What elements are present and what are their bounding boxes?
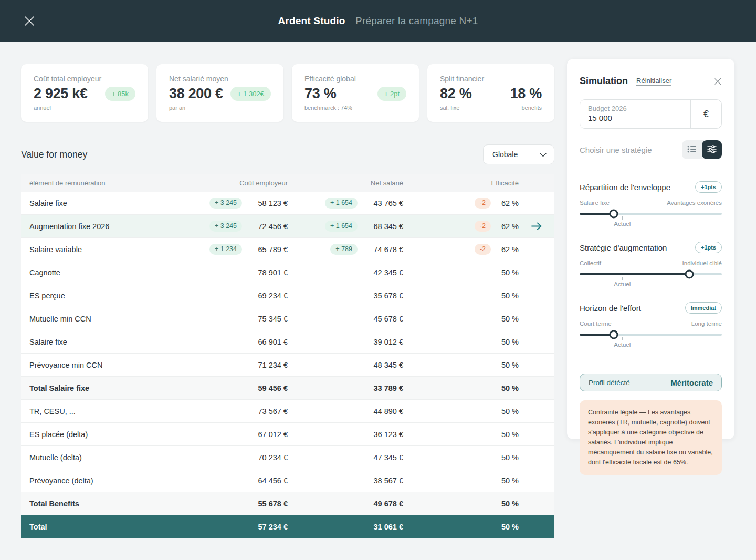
col-header-net: Net salarié <box>371 179 403 187</box>
points-badge: +1pts <box>695 181 722 193</box>
divider <box>580 170 722 170</box>
table-row[interactable]: Salaire fixe 66 901 € 39 012 € 50 % <box>21 330 554 354</box>
repartition-slider[interactable] <box>580 210 722 218</box>
slider-section-repartition: Répartition de l'enveloppe +1pts Salaire… <box>580 181 722 231</box>
table-row[interactable]: Prévoyance min CCN 71 234 € 48 345 € 50 … <box>21 354 554 377</box>
table-subtotal-row: Total Salaire fixe 59 456 € 33 789 € 50 … <box>21 377 554 400</box>
slider-section-horizon: Horizon de l'effort Immediat Court terme… <box>580 302 722 351</box>
sliders-view-button[interactable] <box>702 140 722 159</box>
chevron-down-icon <box>540 150 547 159</box>
strategy-label: Choisir une stratégie <box>580 146 652 154</box>
kpi-sublabel-left: sal. fixe <box>440 105 471 111</box>
kpi-cards: Coût total employeur 2 925 k€ + 85k annu… <box>21 64 554 122</box>
list-view-button[interactable] <box>682 140 702 159</box>
table-row[interactable]: ES placée (delta) 67 012 € 36 123 € 50 % <box>21 423 554 446</box>
kpi-value-left: 82 % <box>440 86 471 102</box>
delta-badge: + 1 654 <box>325 221 358 232</box>
delta-badge: + 3 245 <box>209 198 242 209</box>
kpi-value: 73 % <box>304 86 336 102</box>
section-title: Value for money <box>21 149 87 160</box>
kpi-card-split-financier: Split financier 82 % sal. fixe 18 % bene… <box>427 64 554 122</box>
actuel-marker: Actuel <box>614 216 631 227</box>
currency-suffix: € <box>690 100 721 128</box>
value-for-money-table: élément de rémunération Coût employeur N… <box>21 174 554 538</box>
simulation-title: Simulation <box>580 76 628 87</box>
budget-input[interactable] <box>588 113 690 122</box>
col-header-element: élément de rémunération <box>21 179 177 187</box>
table-row[interactable]: ES perçue 69 234 € 35 678 € 50 % <box>21 284 554 307</box>
scope-dropdown-value: Globale <box>492 150 518 159</box>
delta-badge: -2 <box>475 198 491 209</box>
scope-dropdown[interactable]: Globale <box>483 144 554 164</box>
budget-field[interactable]: Budget 2026 € <box>580 99 722 129</box>
table-row-selected[interactable]: Augmentation fixe 2026 + 3 24572 456 € +… <box>21 215 554 238</box>
table-header-row: élément de rémunération Coût employeur N… <box>21 174 554 192</box>
profile-value: Méritocrate <box>670 378 713 387</box>
reset-button[interactable]: Réinitialiser <box>636 77 671 86</box>
horizon-slider[interactable] <box>580 330 722 339</box>
kpi-card-cout-total: Coût total employeur 2 925 k€ + 85k annu… <box>21 64 148 122</box>
sliders-icon <box>707 145 717 155</box>
table-grand-total-row: Total 57 234 € 31 061 € 50 % <box>21 515 554 538</box>
kpi-sublabel-right: benefits <box>510 105 542 111</box>
slider-handle[interactable] <box>685 270 694 279</box>
kpi-delta-badge: + 1 302€ <box>230 87 271 101</box>
simulation-panel: Simulation Réinitialiser Budget 2026 € C… <box>567 59 734 439</box>
table-row[interactable]: Prévoyance (delta) 64 456 € 38 567 € 50 … <box>21 469 554 492</box>
kpi-value: 38 200 € <box>169 86 223 102</box>
delta-badge: -2 <box>475 221 491 232</box>
table-row[interactable]: Mutuelle min CCN 75 345 € 45 678 € 50 % <box>21 307 554 330</box>
table-row[interactable]: Salaire variable + 1 23465 789 € + 78974… <box>21 238 554 261</box>
header-titles: Ardent Studio Préparer la campagne N+1 <box>0 15 756 27</box>
delta-badge: + 1 234 <box>209 244 242 255</box>
kpi-label: Coût total employeur <box>34 75 135 83</box>
kpi-sublabel: par an <box>169 105 271 111</box>
table-subtotal-row: Total Benefits 55 678 € 49 678 € 50 % <box>21 492 554 515</box>
augmentation-slider[interactable] <box>580 270 722 278</box>
view-toggle <box>682 140 722 159</box>
detected-profile: Profil détécté Méritocrate <box>580 374 722 391</box>
top-bar: Ardent Studio Préparer la campagne N+1 <box>0 0 756 42</box>
kpi-label: Net salarié moyen <box>169 75 271 83</box>
kpi-label: Split financier <box>440 75 542 83</box>
kpi-delta-badge: + 85k <box>105 87 135 101</box>
delta-badge: + 789 <box>330 244 358 255</box>
list-icon <box>687 145 697 155</box>
budget-field-label: Budget 2026 <box>588 105 690 112</box>
actuel-marker: Actuel <box>614 337 631 348</box>
profile-label: Profil détécté <box>589 379 630 387</box>
close-icon[interactable] <box>713 77 722 86</box>
divider <box>580 362 722 362</box>
table-row[interactable]: Salaire fixe + 3 24558 123 € + 1 65443 7… <box>21 192 554 215</box>
col-header-cost: Coût employeur <box>239 179 288 187</box>
page-title: Préparer la campagne N+1 <box>355 15 478 26</box>
legal-warning: Contrainte légale — Les avantages exonér… <box>580 400 722 475</box>
kpi-card-net-salarie: Net salarié moyen 38 200 € + 1 302€ par … <box>156 64 284 122</box>
points-badge: +1pts <box>695 242 722 253</box>
kpi-sublabel: annuel <box>34 105 135 111</box>
table-row[interactable]: Mutuelle (delta) 70 234 € 47 345 € 50 % <box>21 446 554 469</box>
table-row[interactable]: Cagnotte 78 901 € 42 345 € 50 % <box>21 261 554 284</box>
delta-badge: + 1 654 <box>325 198 358 209</box>
delta-badge: -2 <box>475 244 491 255</box>
kpi-value-right: 18 % <box>510 86 542 102</box>
row-detail-arrow-icon[interactable] <box>531 222 542 230</box>
kpi-value: 2 925 k€ <box>34 86 88 102</box>
close-icon[interactable] <box>23 15 36 27</box>
actuel-marker: Actuel <box>614 277 631 287</box>
col-header-eff: Efficacité <box>491 179 519 187</box>
slider-section-strategie: Stratégie d'augmentation +1pts Collectif… <box>580 242 722 291</box>
kpi-label: Efficacité global <box>304 75 406 83</box>
delta-badge: + 3 245 <box>209 221 242 232</box>
horizon-badge: Immediat <box>685 302 722 314</box>
kpi-delta-badge: + 2pt <box>377 87 406 101</box>
kpi-card-efficacite: Efficacité global 73 % + 2pt benchmarck … <box>292 64 419 122</box>
app-title: Ardent Studio <box>278 15 345 26</box>
table-row[interactable]: TR, CESU, ... 73 567 € 44 890 € 50 % <box>21 400 554 423</box>
kpi-sublabel: benchmarck : 74% <box>304 105 406 111</box>
